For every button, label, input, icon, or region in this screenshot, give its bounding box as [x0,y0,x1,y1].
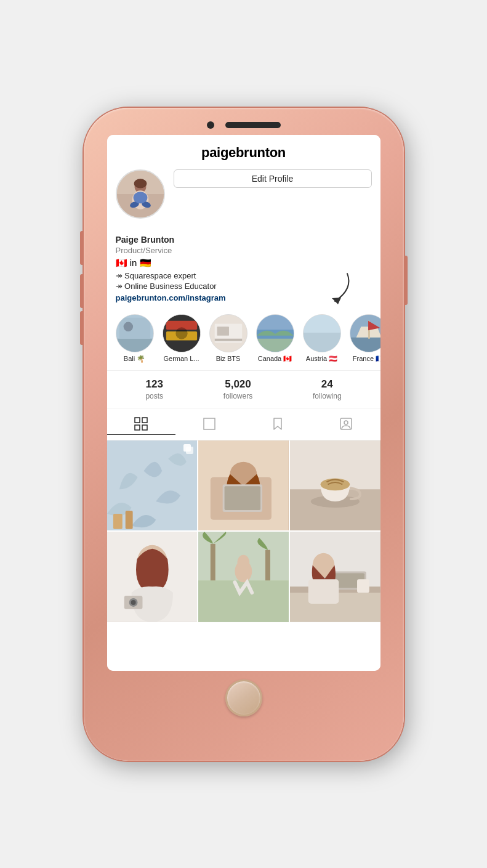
svg-rect-35 [142,425,147,430]
avatar [116,169,165,219]
edit-profile-button[interactable]: Edit Profile [174,169,372,188]
svg-rect-33 [142,418,147,423]
svg-rect-10 [116,338,153,351]
svg-point-7 [133,192,147,203]
profile-header: paigebrunton [107,135,380,235]
svg-rect-34 [135,425,140,430]
category: Product/Service [116,246,372,255]
flags-row: 🇨🇦 in 🇩🇪 [116,258,372,269]
bookmark-icon [271,417,284,431]
phone-body: paigebrunton [84,108,404,761]
svg-rect-63 [265,550,270,581]
svg-rect-40 [113,513,122,529]
svg-marker-8 [332,298,341,304]
highlight-austria[interactable]: Austria 🇦🇹 [303,314,341,363]
username-row: paigebrunton [116,145,372,161]
tab-saved[interactable] [244,413,312,435]
svg-rect-62 [211,544,215,580]
svg-rect-72 [308,579,339,604]
svg-rect-20 [217,327,228,336]
highlight-biz[interactable]: Biz BTS [209,314,248,363]
stat-posts: 123 posts [145,378,163,400]
username: paigebrunton [201,145,286,161]
multi-photo-icon [183,444,193,454]
svg-rect-41 [125,510,132,529]
tab-grid[interactable] [107,413,175,435]
feed-icon [203,417,216,431]
highlight-german[interactable]: German L... [163,314,201,363]
grid-item-2[interactable] [198,440,289,531]
tab-tagged[interactable] [312,413,380,435]
svg-point-3 [134,179,147,188]
bio-line-2: ↠ Online Business Educator [116,282,372,291]
grid-item-5[interactable] [198,532,289,622]
stat-followers: 5,020 followers [223,378,252,400]
grid-item-1[interactable] [107,440,198,531]
profile-info-row: Edit Profile [116,169,372,219]
grid-item-4[interactable] [107,532,198,622]
svg-point-65 [238,555,250,570]
camera-dot [207,121,214,129]
story-highlights: Bali 🌴 German L... [107,309,380,370]
followers-count: 5,020 [225,378,251,391]
svg-rect-48 [225,486,260,510]
svg-rect-28 [350,337,380,351]
highlight-bali[interactable]: Bali 🌴 [116,314,154,363]
tagged-icon [339,417,353,431]
link-row: paigebrunton.com/instagram [116,292,372,303]
svg-rect-43 [186,447,193,454]
svg-point-16 [175,327,187,339]
phone-screen: paigebrunton [107,135,380,671]
highlight-circle-austria [303,314,341,352]
tab-feed[interactable] [175,413,244,435]
stat-following: 24 following [313,378,342,400]
highlight-circle-biz [209,314,248,352]
highlight-label-biz: Biz BTS [216,355,241,362]
avatar-container [116,169,165,219]
svg-rect-73 [357,579,369,593]
home-button[interactable] [225,679,262,716]
svg-rect-32 [135,418,140,423]
highlight-label-france: France 🇫🇷 [353,355,380,363]
highlight-label-german: German L... [163,355,199,362]
highlight-label-austria: Austria 🇦🇹 [306,355,337,363]
instagram-screen: paigebrunton [107,135,380,671]
bio-line-1: ↠ Squarespace expert [116,271,372,280]
svg-rect-19 [214,338,242,341]
photo-grid [107,440,380,622]
grid-item-6[interactable] [290,532,380,622]
phone-top-bar [84,108,404,129]
speaker-bar [225,122,281,128]
highlight-circle-france [350,314,380,352]
highlight-circle-bali [116,314,154,352]
highlight-circle-german [163,314,201,352]
edit-profile-section: Edit Profile [174,169,372,188]
svg-rect-26 [304,315,340,333]
highlight-label-bali: Bali 🌴 [124,355,145,363]
stats-row: 123 posts 5,020 followers 24 following [107,370,380,408]
svg-point-38 [344,421,348,424]
highlight-canada[interactable]: Canada 🇨🇦 [256,314,294,363]
following-label: following [313,392,342,400]
tab-bar [107,408,380,440]
svg-point-58 [131,600,135,605]
highlight-france[interactable]: France 🇫🇷 [350,314,380,363]
posts-label: posts [145,392,163,400]
website-link[interactable]: paigebrunton.com/instagram [116,293,226,302]
highlight-label-canada: Canada 🇨🇦 [258,355,292,363]
grid-icon [134,417,148,431]
followers-label: followers [223,392,252,400]
bio-section: Paige Brunton Product/Service 🇨🇦 in 🇩🇪 ↠… [107,235,380,309]
phone-wrapper: paigebrunton [0,0,487,868]
svg-point-12 [123,322,132,331]
grid-item-3[interactable] [290,440,380,531]
svg-rect-36 [204,418,215,429]
highlight-circle-canada [256,314,294,352]
real-name: Paige Brunton [116,235,372,245]
flags: 🇨🇦 in 🇩🇪 [116,258,151,269]
posts-count: 123 [146,378,163,391]
following-count: 24 [321,378,333,391]
